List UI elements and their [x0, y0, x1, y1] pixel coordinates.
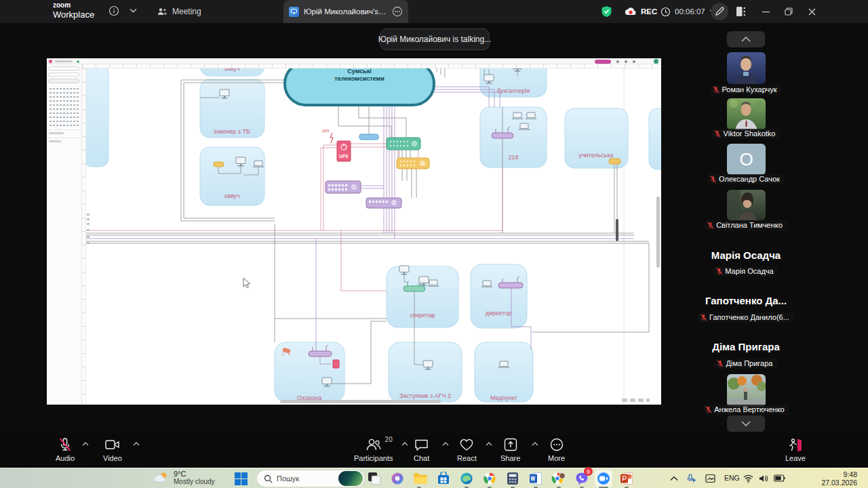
svg-text:секретар: секретар [410, 312, 435, 319]
participants-label: Participants [354, 454, 393, 462]
toolbar-icon[interactable] [625, 60, 627, 63]
chat-button[interactable]: Chat [414, 437, 429, 462]
audio-label: Audio [56, 454, 75, 462]
info-icon[interactable] [108, 5, 119, 16]
people-icon [157, 7, 167, 16]
participant-name-tile[interactable]: Гапотченко Да... [705, 295, 787, 306]
participant-video[interactable] [727, 98, 766, 130]
participants-options-chevron[interactable] [401, 442, 408, 446]
weather-widget[interactable]: 9°CMostly cloudy [153, 470, 215, 485]
filmstrip-up-button[interactable] [727, 31, 765, 47]
participants-count: 20 [385, 436, 393, 443]
participants-button[interactable]: 20 Participants [354, 437, 393, 462]
leave-button[interactable]: Leave [785, 437, 806, 462]
video-button[interactable]: Video [103, 437, 122, 462]
drawio-share-button[interactable] [595, 60, 611, 64]
participant-video[interactable] [727, 190, 766, 220]
canvas-zoom-controls[interactable] [622, 398, 653, 403]
chat-options-chevron[interactable] [442, 442, 449, 446]
word-button[interactable] [527, 470, 545, 487]
start-button[interactable] [232, 470, 250, 487]
ruler-vertical [82, 68, 86, 405]
recording-indicator[interactable]: REC [624, 0, 657, 23]
drawio-shapes-panel[interactable] [47, 64, 82, 405]
view-layout-icon[interactable] [736, 6, 747, 17]
muted-mic-icon [717, 360, 724, 367]
diagram-title-2: телекомсистеми [334, 75, 384, 82]
section-label [49, 132, 64, 134]
shape-grid[interactable] [49, 87, 80, 126]
taskbar-search[interactable]: Пошук [256, 470, 365, 487]
canvas-hscrollbar[interactable] [280, 400, 441, 403]
zoom-app-button[interactable] [595, 470, 612, 487]
tab-meeting[interactable]: Meeting [151, 0, 208, 23]
brand-zoom: zoom [53, 2, 94, 9]
chevron-down-icon[interactable] [130, 8, 137, 13]
react-button[interactable]: React [457, 437, 477, 462]
tab-shared-screen[interactable]: Юрій Миколайович's screen [283, 0, 408, 23]
task-view-button[interactable] [366, 470, 383, 487]
rec-label: REC [641, 7, 657, 16]
annotate-button[interactable] [711, 3, 728, 20]
video-options-chevron[interactable] [133, 442, 140, 446]
meeting-timer[interactable]: 00:06:07 [660, 0, 715, 23]
more-shapes-button[interactable] [48, 79, 79, 83]
participant-name-label: Діма Пригара [715, 359, 778, 369]
toolbar-icon[interactable] [633, 60, 635, 63]
voice-access-icon[interactable] [686, 474, 697, 483]
speaker-icon[interactable] [759, 474, 768, 483]
audio-button[interactable]: Audio [56, 437, 75, 462]
close-button[interactable] [800, 0, 823, 23]
minimize-button[interactable] [754, 0, 777, 23]
shape-search-input[interactable] [48, 66, 79, 70]
security-shield-icon[interactable] [601, 5, 612, 18]
tab-meeting-label: Meeting [172, 7, 201, 16]
wifi-icon[interactable] [743, 474, 753, 483]
weather-desc: Mostly cloudy [174, 478, 215, 485]
participant-video[interactable] [727, 374, 766, 407]
chrome-profile-button[interactable] [550, 470, 568, 487]
participant-name-tile[interactable]: Марія Осадча [711, 249, 781, 261]
copilot-button[interactable] [389, 470, 406, 487]
participants-icon [366, 437, 382, 452]
react-options-chevron[interactable] [486, 442, 492, 446]
chrome-button[interactable] [481, 470, 498, 487]
powerpoint-button[interactable] [618, 470, 635, 487]
switch-green-icon [387, 138, 420, 150]
weather-icon [153, 471, 170, 485]
drawio-avatar[interactable] [654, 59, 658, 64]
store-button[interactable] [435, 470, 452, 487]
edge-button[interactable] [458, 470, 475, 487]
toolbar-icon[interactable] [616, 60, 619, 63]
tray-expand-chevron[interactable] [670, 476, 678, 481]
tab-options-icon[interactable] [392, 6, 403, 17]
wifi-router-icon [309, 351, 332, 357]
participant-video[interactable] [727, 52, 766, 84]
clock-widget[interactable]: 9:48 27.03.2026 [799, 470, 857, 487]
battery-icon[interactable] [774, 474, 785, 482]
stage-scrollbar[interactable] [616, 219, 618, 241]
audio-options-chevron[interactable] [82, 442, 89, 446]
active-speaker-text: Юрій Миколайович is talking... [378, 35, 491, 44]
more-button[interactable]: More [548, 437, 565, 462]
snipping-tool-icon[interactable] [705, 474, 716, 483]
filmstrip-down-button[interactable] [727, 415, 765, 432]
language-indicator[interactable]: ENG [724, 474, 740, 482]
share-button[interactable]: Share [500, 437, 520, 462]
muted-mic-icon [58, 437, 73, 452]
participant-name-tile[interactable]: Діма Пригара [712, 341, 780, 352]
calculator-button[interactable] [504, 470, 521, 487]
timer-value: 00:06:07 [675, 7, 705, 16]
share-label: Share [500, 454, 520, 462]
search-highlight-image[interactable] [338, 471, 363, 486]
restore-button[interactable] [777, 0, 800, 23]
shared-screen-view[interactable]: 220V UPS [47, 58, 661, 405]
viber-button[interactable]: 9 [573, 470, 591, 487]
canvas-vscrollbar[interactable] [656, 197, 660, 268]
wifi-router-icon [498, 283, 523, 288]
shape-category-select[interactable] [48, 73, 79, 77]
access-point-icon [609, 159, 620, 164]
file-explorer-button[interactable] [412, 470, 429, 487]
participant-avatar[interactable]: O [727, 144, 766, 175]
share-options-chevron[interactable] [532, 442, 538, 446]
